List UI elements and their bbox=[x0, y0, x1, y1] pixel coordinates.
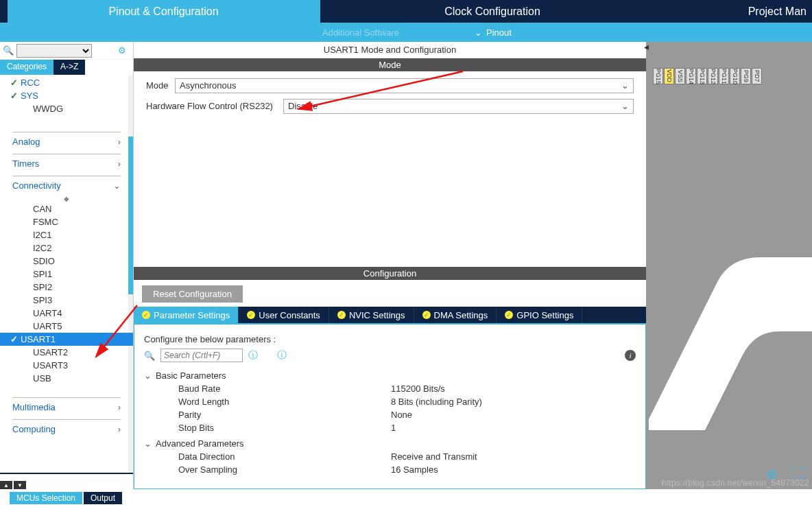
tree-item-sys[interactable]: SYS bbox=[0, 89, 133, 102]
configure-parameters-label: Configure the below parameters : bbox=[144, 334, 636, 344]
chevron-down-icon: ⌄ bbox=[475, 27, 482, 38]
collapse-up-icon[interactable]: ▲ bbox=[0, 481, 12, 489]
additional-software-link[interactable]: Additional Software bbox=[322, 27, 399, 38]
tab-categories[interactable]: Categories bbox=[0, 60, 53, 75]
tab-a-to-z[interactable]: A->Z bbox=[53, 60, 85, 75]
sidebar-footer: ▲ ▼ bbox=[0, 473, 133, 489]
peripheral-tree: RCC SYS WWDG Analog › Timers › Connectiv… bbox=[0, 75, 133, 473]
chevron-right-icon: › bbox=[118, 402, 121, 412]
bottom-tabs: MCUs Selection Output bbox=[0, 489, 812, 504]
chevron-right-icon: › bbox=[118, 137, 121, 147]
param-row[interactable]: Stop Bits1 bbox=[144, 421, 636, 434]
tab-output[interactable]: Output bbox=[84, 492, 122, 504]
check-dot-icon bbox=[422, 311, 431, 319]
config-tab-parameter-settings[interactable]: Parameter Settings bbox=[134, 307, 239, 323]
tree-item-usb[interactable]: USB bbox=[0, 372, 133, 385]
param-row[interactable]: ParityNone bbox=[144, 408, 636, 421]
mode-value: Asynchronous bbox=[180, 80, 236, 91]
hw-flow-select[interactable]: Disable ⌄ bbox=[283, 99, 634, 114]
tree-group-connectivity[interactable]: Connectivity ⌄ bbox=[12, 176, 121, 195]
mode-select[interactable]: Asynchronous ⌄ bbox=[175, 78, 634, 93]
info-icon[interactable]: i bbox=[625, 350, 636, 361]
tree-item-usart2[interactable]: USART2 bbox=[0, 346, 133, 359]
chevron-down-icon: ⌄ bbox=[621, 101, 629, 111]
group-label: Analog bbox=[12, 137, 40, 147]
hw-flow-label: Hardware Flow Control (RS232) bbox=[146, 101, 283, 111]
pin-row: PG15VDDVSSPG14PG13PG12PG11PG10PG9PD7 bbox=[649, 68, 812, 86]
param-group-header[interactable]: ⌄Advanced Parameters bbox=[144, 437, 636, 450]
pin-pg13[interactable]: PG13 bbox=[697, 68, 707, 84]
search-prev-icon[interactable]: ⓘ bbox=[248, 349, 258, 362]
tree-item-can[interactable]: CAN bbox=[0, 202, 133, 215]
pin-vdd[interactable]: VDD bbox=[664, 68, 674, 84]
check-dot-icon bbox=[247, 311, 255, 319]
sub-toolbar: Additional Software ⌄ Pinout bbox=[0, 23, 812, 42]
search-next-icon[interactable]: ⓘ bbox=[277, 349, 287, 362]
tab-mcus-selection[interactable]: MCUs Selection bbox=[10, 492, 82, 504]
tree-group-timers[interactable]: Timers › bbox=[12, 154, 121, 173]
chevron-down-icon: ⌄ bbox=[113, 180, 121, 191]
check-dot-icon bbox=[505, 311, 513, 319]
top-tab-bar: Pinout & Configuration Clock Configurati… bbox=[0, 0, 812, 23]
param-group-header[interactable]: ⌄Basic Parameters bbox=[144, 369, 636, 382]
config-tab-user-constants[interactable]: User Constants bbox=[239, 307, 329, 323]
chevron-down-icon: ⌄ bbox=[621, 80, 629, 91]
gear-icon[interactable]: ⚙ bbox=[118, 45, 126, 56]
pin-pg14[interactable]: PG14 bbox=[686, 68, 696, 84]
tree-item-usart3[interactable]: USART3 bbox=[0, 359, 133, 372]
tree-item-i2c2[interactable]: I2C2 bbox=[0, 241, 133, 255]
tree-item-uart4[interactable]: UART4 bbox=[0, 307, 133, 320]
param-row[interactable]: Data DirectionReceive and Transmit bbox=[144, 450, 636, 463]
config-tab-dma-settings[interactable]: DMA Settings bbox=[414, 307, 497, 323]
pin-pg15[interactable]: PG15 bbox=[653, 68, 663, 84]
param-row[interactable]: Baud Rate115200 Bits/s bbox=[144, 382, 636, 395]
config-tab-nvic-settings[interactable]: NVIC Settings bbox=[329, 307, 414, 323]
mode-section-bar: Mode bbox=[134, 58, 646, 71]
mode-body: Mode Asynchronous ⌄ Hardware Flow Contro… bbox=[134, 71, 646, 267]
search-icon[interactable]: 🔍 bbox=[144, 351, 155, 361]
pinout-label: Pinout bbox=[486, 27, 512, 38]
group-label: Connectivity bbox=[12, 180, 61, 191]
tree-group-computing[interactable]: Computing › bbox=[12, 419, 121, 438]
tree-group-multimedia[interactable]: Multimedia › bbox=[12, 397, 121, 416]
tree-item-spi1[interactable]: SPI1 bbox=[0, 268, 133, 281]
collapse-down-icon[interactable]: ▼ bbox=[14, 481, 26, 489]
tree-item-spi3[interactable]: SPI3 bbox=[0, 294, 133, 307]
config-tab-gpio-settings[interactable]: GPIO Settings bbox=[497, 307, 582, 323]
pin-pd7[interactable]: PD7 bbox=[752, 68, 762, 84]
pin-pg12[interactable]: PG12 bbox=[708, 68, 718, 84]
param-search-row: 🔍 ⓘ ⓘ i bbox=[144, 349, 636, 362]
group-label: Computing bbox=[12, 424, 56, 434]
st-logo-icon bbox=[649, 194, 812, 469]
mode-label: Mode bbox=[146, 80, 175, 91]
tab-clock-config[interactable]: Clock Configuration bbox=[320, 0, 665, 23]
reset-configuration-button[interactable]: Reset Configuration bbox=[142, 285, 243, 303]
chevron-down-icon: ⌄ bbox=[144, 370, 152, 381]
sort-handle-icon[interactable]: ◆ bbox=[0, 195, 133, 202]
tree-item-uart5[interactable]: UART5 bbox=[0, 320, 133, 333]
tree-item-spi2[interactable]: SPI2 bbox=[0, 281, 133, 294]
param-search-input[interactable] bbox=[160, 349, 243, 362]
tree-item-wwdg[interactable]: WWDG bbox=[0, 102, 133, 115]
tree-item-i2c1[interactable]: I2C1 bbox=[0, 228, 133, 241]
pin-pg11[interactable]: PG11 bbox=[719, 68, 729, 84]
param-row[interactable]: Word Length8 Bits (including Parity) bbox=[144, 395, 636, 408]
tree-item-usart1[interactable]: USART1 bbox=[0, 333, 133, 346]
search-icon[interactable]: 🔍 bbox=[3, 45, 14, 56]
sidebar-search-row: 🔍 ⚙ bbox=[0, 42, 133, 60]
tree-group-analog[interactable]: Analog › bbox=[12, 132, 121, 151]
group-label: Timers bbox=[12, 158, 39, 169]
param-row[interactable]: Over Sampling16 Samples bbox=[144, 463, 636, 476]
pin-pg10[interactable]: PG10 bbox=[730, 68, 740, 84]
pin-pg9[interactable]: PG9 bbox=[741, 68, 751, 84]
tab-project-manager[interactable]: Project Man bbox=[665, 0, 812, 23]
config-tabs-row: Parameter SettingsUser ConstantsNVIC Set… bbox=[134, 307, 646, 325]
pin-vss[interactable]: VSS bbox=[675, 68, 685, 84]
tree-item-rcc[interactable]: RCC bbox=[0, 76, 133, 89]
peripheral-search-select[interactable] bbox=[16, 44, 92, 58]
tree-item-fsmc[interactable]: FSMC bbox=[0, 215, 133, 228]
pinout-dropdown[interactable]: ⌄ Pinout bbox=[475, 27, 512, 38]
tab-pinout-config[interactable]: Pinout & Configuration bbox=[8, 0, 320, 23]
tree-item-sdio[interactable]: SDIO bbox=[0, 255, 133, 268]
check-dot-icon bbox=[337, 311, 346, 319]
